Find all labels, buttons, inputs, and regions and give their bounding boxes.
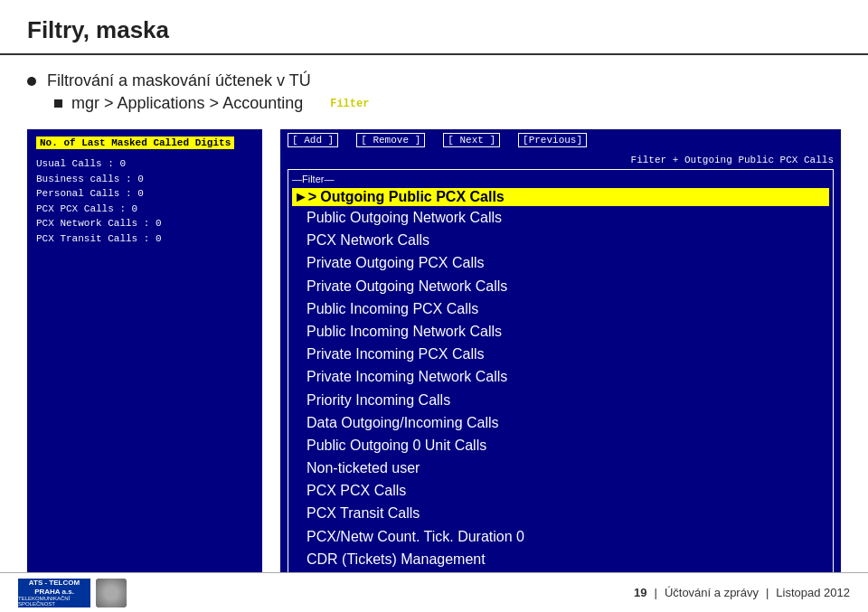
applications-link: Applications xyxy=(118,94,205,112)
page-header: Filtry, maska xyxy=(0,0,868,55)
footer-left: ATS - TELCOM PRAHA a.s. TELEKOMUNIKAČNÍ … xyxy=(18,579,127,607)
page-number: 19 xyxy=(634,586,646,599)
sub-bullet-text: mgr > Applications > Accounting xyxy=(71,94,303,113)
filter-item-16[interactable]: CDR (Tickets) Management xyxy=(292,548,829,570)
remove-button[interactable]: [ Remove ] xyxy=(356,133,425,147)
right-terminal-wrapper: [ Add ] [ Remove ] [ Next ] [Previous] F… xyxy=(280,129,841,609)
sub-bullet-1: mgr > Applications > Accounting Filter xyxy=(54,94,841,113)
filter-item-4[interactable]: Private Outgoing Network Calls xyxy=(292,275,829,297)
company-name: ATS - TELCOM PRAHA a.s. xyxy=(18,579,90,596)
left-term-line-6: PCX Transit Calls : 0 xyxy=(36,231,253,247)
filter-label: Filter xyxy=(330,98,369,110)
filter-item-2[interactable]: PCX Network Calls xyxy=(292,229,829,251)
footer: ATS - TELCOM PRAHA a.s. TELEKOMUNIKAČNÍ … xyxy=(0,572,868,612)
page-label: Účtování a zprávy xyxy=(665,586,759,599)
company-logo-area: ATS - TELCOM PRAHA a.s. TELEKOMUNIKAČNÍ … xyxy=(18,579,127,607)
terminal-area: No. of Last Masked Called Digits Usual C… xyxy=(27,129,841,609)
terminal-controls: [ Add ] [ Remove ] [ Next ] [Previous] xyxy=(280,129,841,151)
filter-item-9[interactable]: Priority Incoming Calls xyxy=(292,389,829,411)
filter-item-15[interactable]: PCX/Netw Count. Tick. Duration 0 xyxy=(292,525,829,548)
next-button[interactable]: [ Next ] xyxy=(443,133,500,147)
filter-item-14[interactable]: PCX Transit Calls xyxy=(292,502,829,524)
selected-item-label: Outgoing Public PCX Calls xyxy=(320,189,505,205)
left-terminal: No. of Last Masked Called Digits Usual C… xyxy=(27,129,262,609)
footer-date: Listopad 2012 xyxy=(776,586,850,599)
footer-right: 19 | Účtování a zprávy | Listopad 2012 xyxy=(634,586,850,599)
selected-arrow-icon: ►> xyxy=(294,189,316,205)
sub-bullet-square-icon xyxy=(54,99,62,108)
filter-box: —Filter— ►> Outgoing Public PCX Calls Pu… xyxy=(288,169,834,575)
filter-item-13[interactable]: PCX PCX Calls xyxy=(292,479,829,502)
footer-separator-1: | xyxy=(654,586,656,599)
filter-box-header: —Filter— xyxy=(292,174,829,184)
left-term-line-4: PCX PCX Calls : 0 xyxy=(36,202,253,217)
filter-item-selected[interactable]: ►> Outgoing Public PCX Calls xyxy=(292,188,829,206)
left-term-line-2: Business calls : 0 xyxy=(36,172,253,187)
company-emblem xyxy=(96,579,127,607)
company-sub: TELEKOMUNIKAČNÍ SPOLEČNOST xyxy=(18,596,90,607)
bullet-dot-icon xyxy=(27,77,36,86)
left-term-line-3: Personal Calls : 0 xyxy=(36,186,253,202)
filter-item-7[interactable]: Private Incoming PCX Calls xyxy=(292,343,829,365)
add-button[interactable]: [ Add ] xyxy=(288,133,338,147)
bullet-1: Filtrování a maskování účtenek v TÚ xyxy=(27,71,841,90)
filter-item-11[interactable]: Public Outgoing 0 Unit Calls xyxy=(292,434,829,457)
left-term-line-1: Usual Calls : 0 xyxy=(36,156,253,172)
filter-item-1[interactable]: Public Outgoing Network Calls xyxy=(292,206,829,229)
main-content: Filtrování a maskování účtenek v TÚ mgr … xyxy=(0,55,868,612)
previous-button[interactable]: [Previous] xyxy=(518,133,587,147)
bullet-1-text: Filtrování a maskování účtenek v TÚ xyxy=(47,71,311,90)
footer-separator-2: | xyxy=(766,586,769,599)
accounting-link: Accounting xyxy=(222,94,303,112)
filter-item-5[interactable]: Public Incoming PCX Calls xyxy=(292,297,829,320)
filter-item-3[interactable]: Private Outgoing PCX Calls xyxy=(292,251,829,274)
filter-item-10[interactable]: Data Outgoing/Incoming Calls xyxy=(292,411,829,434)
company-logo: ATS - TELCOM PRAHA a.s. TELEKOMUNIKAČNÍ … xyxy=(18,579,90,607)
filter-item-6[interactable]: Public Incoming Network Calls xyxy=(292,320,829,343)
left-term-line-5: PCX Network Calls : 0 xyxy=(36,216,253,231)
filter-title-line: Filter + Outgoing Public PCX Calls xyxy=(280,153,841,167)
filter-title-text: Filter + Outgoing Public PCX Calls xyxy=(631,155,834,165)
filter-item-12[interactable]: Non-ticketed user xyxy=(292,457,829,479)
masked-header: No. of Last Masked Called Digits xyxy=(36,137,234,149)
page-title: Filtry, maska xyxy=(27,16,841,44)
filter-item-8[interactable]: Private Incoming Network Calls xyxy=(292,365,829,388)
